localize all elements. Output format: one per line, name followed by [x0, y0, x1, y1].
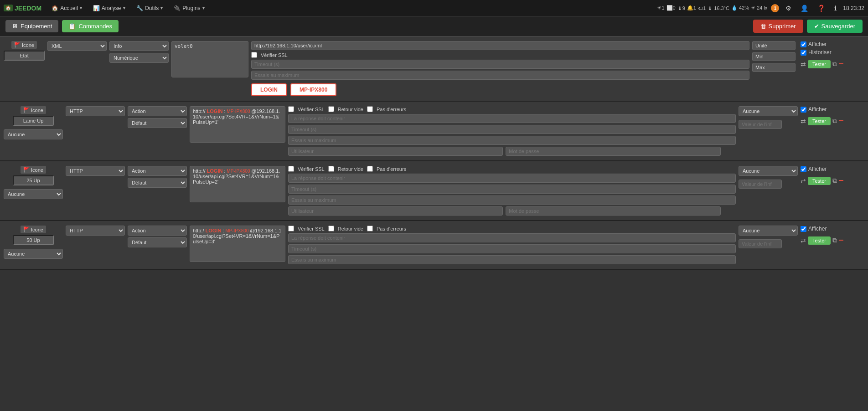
afficher-checkbox-0[interactable] [801, 41, 806, 47]
commands-button[interactable]: 📋 Commandes [62, 20, 119, 32]
subtype-select-1[interactable]: Défaut Numérique [128, 118, 187, 128]
equipment-button[interactable]: 🖥 Equipement [5, 20, 58, 32]
col-aucune-1: Aucune [739, 106, 798, 129]
col-icone-0: 🚩 Icone [4, 41, 45, 61]
max-input-0[interactable] [752, 63, 796, 72]
tester-button-3[interactable]: Tester [808, 236, 831, 245]
login-button-0[interactable]: LOGIN [251, 83, 287, 96]
mpipx-button-0[interactable]: MP-IPX800 [290, 83, 336, 96]
subtype-select-3[interactable]: Défaut Numérique [128, 237, 187, 247]
reponse-input-1[interactable] [288, 114, 736, 123]
type-select-2[interactable]: Action Info [128, 166, 187, 176]
remove-button-1[interactable]: − [839, 116, 844, 126]
afficher-label-2: Afficher [808, 166, 827, 172]
copy-icon-btn-2[interactable]: ⧉ [832, 177, 837, 185]
pas-erreurs-label-2: Pas d'erreurs [377, 166, 406, 172]
copy-icon-btn-3[interactable]: ⧉ [832, 236, 837, 244]
nav-outils[interactable]: 🔧 Outils ▾ [132, 3, 168, 13]
etat-input-2[interactable] [13, 175, 54, 185]
notification-badge[interactable]: 1 [771, 4, 779, 12]
protocol-select-3[interactable]: HTTP XML [66, 226, 125, 236]
essais-input-1[interactable] [288, 136, 736, 145]
aucune-select2-3[interactable]: Aucune [739, 226, 798, 236]
aucune-select-1[interactable]: Aucune [4, 129, 63, 139]
min-input-0[interactable] [752, 52, 796, 61]
tester-button-0[interactable]: Tester [808, 60, 831, 68]
col-actions-2: Afficher ⇄ Tester ⧉ − [801, 166, 864, 185]
login-keyword-1: LOGIN [206, 108, 224, 114]
type-select-0[interactable]: Info Action [109, 41, 169, 51]
aucune-select-2[interactable]: Aucune [4, 189, 63, 199]
save-button[interactable]: ✔ Sauvegarder [807, 20, 863, 33]
share-icon-btn-0[interactable]: ⇄ [801, 61, 806, 68]
motdepasse-input-2[interactable] [506, 206, 720, 216]
retour-vide-checkbox-3[interactable] [328, 226, 334, 231]
valeur-inf-input-1[interactable] [739, 120, 782, 129]
aucune-select2-2[interactable]: Aucune [739, 166, 798, 176]
pas-erreurs-checkbox-2[interactable] [367, 166, 373, 172]
timeout-input-1[interactable] [288, 125, 736, 134]
info-icon-btn[interactable]: ℹ [832, 4, 839, 13]
tester-button-2[interactable]: Tester [808, 177, 831, 185]
verify-ssl-label-3: Vérifier SSL [298, 226, 325, 231]
etat-input-0[interactable] [4, 51, 45, 61]
retour-vide-checkbox-1[interactable] [328, 106, 334, 112]
share-icon-btn-1[interactable]: ⇄ [801, 118, 806, 125]
pas-erreurs-checkbox-1[interactable] [367, 106, 373, 112]
afficher-checkbox-3[interactable] [801, 226, 806, 232]
url-input-0[interactable] [251, 41, 749, 50]
afficher-checkbox-2[interactable] [801, 166, 806, 172]
reponse-input-3[interactable] [288, 233, 736, 242]
share-icon-btn-3[interactable]: ⇄ [801, 237, 806, 244]
table-row: 🚩 Icone Aucune HTTP XML Action Info Défa… [0, 221, 868, 270]
pas-erreurs-label-3: Pas d'erreurs [377, 226, 406, 231]
nav-plugins[interactable]: 🔌 Plugins ▾ [169, 3, 209, 13]
protocol-select-2[interactable]: HTTP XML [66, 166, 125, 176]
afficher-checkbox-1[interactable] [801, 107, 806, 113]
utilisateur-input-1[interactable] [288, 147, 503, 156]
type-select-1[interactable]: Action Info [128, 106, 187, 116]
nav-analyse[interactable]: 📊 Analyse ▾ [88, 3, 130, 13]
aucune-select2-1[interactable]: Aucune [739, 106, 798, 116]
subtype-select-2[interactable]: Défaut Numérique [128, 178, 187, 188]
motdepasse-input-1[interactable] [506, 147, 720, 156]
remove-button-0[interactable]: − [839, 59, 844, 69]
delete-button[interactable]: 🗑 Supprimer [753, 20, 803, 33]
valeur-inf-input-3[interactable] [739, 239, 782, 248]
type-select-3[interactable]: Action Info [128, 226, 187, 236]
valeur-inf-input-2[interactable] [739, 180, 782, 189]
copy-icon-btn-0[interactable]: ⧉ [832, 60, 837, 68]
unite-input-0[interactable] [752, 41, 796, 50]
remove-button-3[interactable]: − [839, 236, 844, 245]
historiser-checkbox-0[interactable] [801, 50, 806, 56]
timeout-input-2[interactable] [288, 185, 736, 194]
pas-erreurs-checkbox-3[interactable] [367, 226, 373, 231]
user-icon-btn[interactable]: 👤 [798, 4, 811, 13]
timeout-input-3[interactable] [288, 244, 736, 253]
verify-ssl-checkbox-2[interactable] [288, 166, 294, 172]
copy-icon-btn-1[interactable]: ⧉ [832, 117, 837, 125]
protocol-select-0[interactable]: XML HTTP [47, 41, 107, 51]
essais-input-2[interactable] [288, 195, 736, 205]
settings-icon-btn[interactable]: ⚙ [783, 4, 794, 13]
subtype-select-0[interactable]: Numérique Défaut [109, 53, 169, 63]
verify-ssl-checkbox-3[interactable] [288, 226, 294, 231]
reponse-input-2[interactable] [288, 174, 736, 183]
aucune-select-3[interactable]: Aucune [4, 249, 63, 259]
verify-ssl-checkbox-1[interactable] [288, 106, 294, 112]
help-icon-btn[interactable]: ❓ [815, 4, 828, 13]
verify-ssl-checkbox-0[interactable] [251, 52, 257, 58]
nav-accueil[interactable]: 🏠 Accueil ▾ [47, 3, 87, 13]
name-input-0[interactable]: volet0 [171, 41, 248, 77]
tester-button-1[interactable]: Tester [808, 117, 831, 125]
essais-input-0[interactable] [251, 71, 749, 80]
essais-input-3[interactable] [288, 255, 736, 264]
utilisateur-input-2[interactable] [288, 206, 503, 216]
retour-vide-checkbox-2[interactable] [328, 166, 334, 172]
share-icon-btn-2[interactable]: ⇄ [801, 177, 806, 185]
remove-button-2[interactable]: − [839, 176, 844, 185]
etat-input-3[interactable] [13, 235, 54, 245]
protocol-select-1[interactable]: HTTP XML [66, 106, 125, 116]
etat-input-1[interactable] [13, 116, 54, 126]
timeout-input-0[interactable] [251, 60, 749, 69]
